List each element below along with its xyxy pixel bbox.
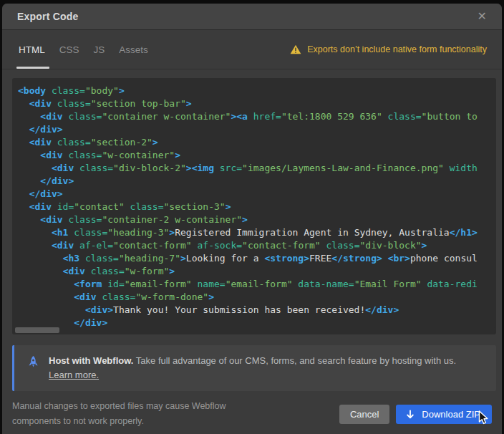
banner-text: Host with Webflow. Take full advantage o… [49, 354, 456, 382]
close-icon[interactable]: ✕ [478, 11, 487, 22]
banner-title: Host with Webflow. [49, 355, 133, 366]
tab-bar: HTMLCSSJSAssets Exports don’t include na… [2, 30, 502, 69]
dialog-titlebar: Export Code ✕ [2, 4, 502, 30]
rocket-icon [26, 355, 40, 370]
code-line: <body class="body"> [18, 85, 496, 97]
code-line: </div> [18, 175, 496, 188]
footer-buttons: Cancel Download ZIP [339, 405, 492, 424]
code-line: <h3 class="heading-7">Looking for a <str… [18, 252, 496, 265]
host-with-webflow-banner: Host with Webflow. Take full advantage o… [12, 345, 496, 391]
horizontal-scrollbar[interactable] [14, 327, 495, 333]
download-zip-label: Download ZIP [422, 409, 480, 420]
cancel-button[interactable]: Cancel [339, 405, 389, 424]
code-line: <form id="email-form" name="email-form" … [18, 278, 496, 291]
dialog-title: Export Code [17, 11, 78, 22]
code-line: <div af-el="contact-form" af-sock="conta… [18, 239, 496, 252]
note-line-1: Manual changes to exported files may cau… [12, 401, 226, 411]
download-zip-button[interactable]: Download ZIP [396, 405, 492, 424]
export-code-dialog: Export Code ✕ HTMLCSSJSAssets Exports do… [2, 4, 502, 434]
code-line: <div class="w-container"> [18, 149, 496, 162]
code-line: <div class="section-2"> [18, 136, 496, 149]
banner-body: Take full advantage of our CMS, forms, a… [133, 355, 456, 366]
code-line: <div class="container w-container"><a hr… [18, 110, 496, 123]
form-functionality-warning: Exports don’t include native form functi… [290, 44, 487, 54]
code-line: <div class="container-2 w-container"> [18, 213, 496, 226]
code-line: </div> [18, 188, 496, 201]
code-line: <div class="div-block-2"><img src="image… [18, 162, 496, 175]
tab-js[interactable]: JS [92, 30, 107, 69]
code-line: <h1 class="heading-3">Registered Immigra… [18, 226, 496, 239]
code-line: <div id="contact" class="section-3"> [18, 201, 496, 213]
code-line: <div class="w-form-done"> [18, 291, 496, 304]
warning-triangle-icon [290, 44, 301, 54]
code-line: </div> [18, 123, 496, 136]
warning-text: Exports don’t include native form functi… [307, 44, 487, 54]
learn-more-link[interactable]: Learn more. [49, 370, 99, 380]
tab-css[interactable]: CSS [58, 30, 81, 69]
code-line: <div class="section top-bar"> [18, 97, 496, 110]
tab-assets[interactable]: Assets [117, 30, 150, 69]
code-preview[interactable]: <body class="body"> <div class="section … [12, 78, 496, 334]
code-line: <div>Thank you! Your submission has been… [18, 304, 496, 317]
note-line-2: components to not work properly. [12, 416, 144, 426]
manual-changes-note: Manual changes to exported files may cau… [12, 399, 226, 429]
code-line: <div class="w-form"> [18, 265, 496, 278]
scrollbar-thumb[interactable] [15, 327, 59, 333]
dialog-footer: Manual changes to exported files may cau… [12, 399, 492, 429]
export-code-modal-screen: Export Code ✕ HTMLCSSJSAssets Exports do… [0, 0, 504, 434]
tab-html[interactable]: HTML [17, 30, 47, 69]
tabs: HTMLCSSJSAssets [17, 30, 150, 69]
download-arrow-icon [405, 410, 415, 420]
